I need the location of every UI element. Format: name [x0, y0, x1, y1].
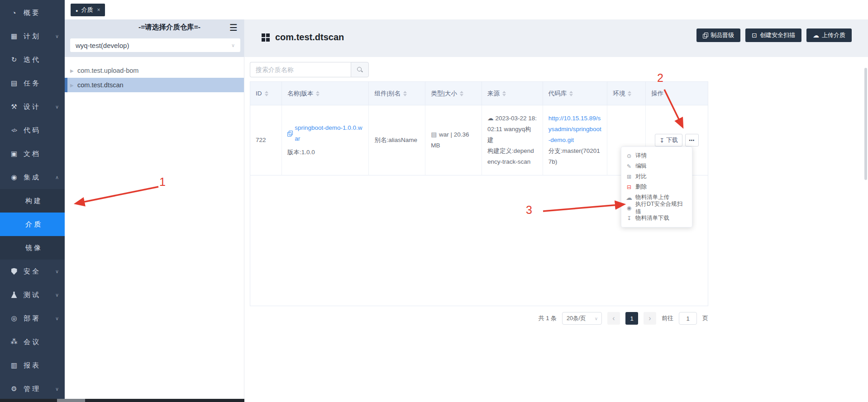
tab-bar: 介质 ×	[65, 0, 868, 19]
sidebar-item-plan[interactable]: 计划	[0, 24, 65, 48]
create-security-scan-button[interactable]: 创建安全扫描	[745, 28, 801, 42]
design-icon	[10, 103, 18, 111]
scan-icon	[752, 32, 757, 39]
repo-panel: -=请选择介质仓库=- wyq-test(develop) ∨ com.test…	[65, 19, 244, 402]
main-area: com.test.dtscan 制品晋级 创建安全扫描 上传介质 ID 名称|版…	[244, 19, 868, 402]
chevron-down-icon: ∨	[595, 316, 598, 321]
sort-icon	[316, 91, 320, 96]
menu-item-compare[interactable]: 对比	[621, 171, 692, 182]
eye-icon	[625, 153, 633, 159]
goto-suffix: 页	[702, 314, 708, 322]
promote-artifact-button[interactable]: 制品晋级	[696, 28, 740, 42]
sort-icon	[265, 91, 268, 96]
tasks-icon	[10, 79, 18, 87]
repo-url-link[interactable]: http://10.15.15.89/sysadmin/springboot-d…	[548, 113, 602, 146]
pagination: 共 1 条 20条/页 ∨ ‹ 1 › 前往 页	[539, 312, 708, 325]
sidebar-item-build[interactable]: 构建	[0, 189, 65, 213]
copy-icon[interactable]	[287, 131, 292, 137]
column-header-env[interactable]: 环境	[607, 82, 646, 105]
scan-run-icon	[625, 205, 633, 211]
code-icon	[10, 128, 18, 133]
document-icon	[431, 131, 439, 138]
column-header-type-size[interactable]: 类型|大小	[425, 82, 482, 105]
sidebar-item-test[interactable]: 测试	[0, 283, 65, 307]
upload-artifact-button[interactable]: 上传介质	[806, 28, 852, 42]
vertical-scrollbar-thumb[interactable]	[864, 68, 867, 180]
close-icon[interactable]: ×	[97, 7, 100, 13]
download-button[interactable]: 下载	[655, 134, 682, 147]
chevron-down-icon	[55, 316, 59, 322]
sidebar-item-tasks[interactable]: 任务	[0, 71, 65, 95]
tree-item-dtscan[interactable]: com.test.dtscan	[65, 78, 244, 92]
sidebar-item-code[interactable]: 代码	[0, 118, 65, 142]
current-page-button[interactable]: 1	[625, 312, 638, 325]
column-header-component-alias[interactable]: 组件|别名	[369, 82, 425, 105]
repo-tree: com.test.upload-bom com.test.dtscan	[65, 57, 244, 92]
hamburger-icon[interactable]	[229, 23, 238, 32]
repo-select[interactable]: wyq-test(develop) ∨	[70, 38, 240, 52]
sort-icon	[628, 91, 631, 96]
search-button[interactable]	[351, 62, 369, 77]
sidebar-item-meeting[interactable]: 会议	[0, 330, 65, 354]
column-header-repo[interactable]: 代码库	[543, 82, 608, 105]
sort-icon	[460, 91, 463, 96]
actions-context-menu: 详情 编辑 对比 删除 物料清单上传 执行DT安全合规扫描 物料清单下载	[621, 147, 692, 227]
prev-page-button[interactable]: ‹	[607, 312, 620, 325]
gauge-icon	[10, 9, 18, 17]
horizontal-scrollbar[interactable]	[0, 399, 244, 402]
sidebar-item-design[interactable]: 设计	[0, 95, 65, 118]
sidebar-item-iteration[interactable]: 迭代	[0, 48, 65, 71]
menu-item-details[interactable]: 详情	[621, 151, 692, 161]
download-icon	[625, 215, 633, 222]
tree-item-upload-bom[interactable]: com.test.upload-bom	[65, 63, 244, 78]
chevron-up-icon	[55, 175, 59, 180]
cloud-upload-icon	[813, 32, 819, 39]
next-page-button[interactable]: ›	[644, 312, 656, 325]
tab-active-dot-icon	[76, 7, 78, 14]
header-buttons: 制品晋级 创建安全扫描 上传介质	[696, 28, 852, 42]
pagination-total: 共 1 条	[539, 314, 557, 322]
tab-artifact[interactable]: 介质 ×	[71, 4, 105, 16]
sort-icon	[502, 91, 506, 96]
tree-item-label: com.test.dtscan	[77, 81, 124, 89]
sidebar-item-security[interactable]: 安全	[0, 260, 65, 283]
goto-label: 前往	[662, 314, 673, 322]
expand-arrow-icon[interactable]	[70, 83, 77, 88]
menu-item-edit[interactable]: 编辑	[621, 161, 692, 171]
search-input[interactable]	[250, 62, 351, 77]
chevron-down-icon	[55, 104, 59, 110]
goto-page-input[interactable]	[679, 312, 697, 325]
sidebar-item-admin[interactable]: 管理	[0, 377, 65, 401]
column-header-id[interactable]: ID	[250, 82, 282, 105]
artifact-version: 版本:1.0.0	[287, 147, 363, 158]
sidebar-item-overview[interactable]: 概要	[0, 1, 65, 24]
download-icon	[659, 137, 664, 144]
docs-icon	[10, 150, 18, 158]
expand-arrow-icon[interactable]	[70, 68, 77, 73]
sidebar-item-docs[interactable]: 文档	[0, 142, 65, 166]
page-size-select[interactable]: 20条/页 ∨	[562, 312, 602, 325]
sidebar-item-report[interactable]: 报表	[0, 354, 65, 377]
flask-icon	[10, 292, 18, 298]
artifact-name-link[interactable]: springboot-demo-1.0.0.war	[295, 123, 363, 144]
gear-icon	[10, 385, 18, 393]
sidebar-item-artifact[interactable]: 介质	[0, 213, 65, 236]
table-header-row: ID 名称|版本 组件|别名 类型|大小 来源 代码库 环境 操作	[250, 82, 708, 105]
chevron-down-icon: ∨	[231, 43, 235, 48]
sidebar-item-deploy[interactable]: 部署	[0, 307, 65, 330]
cell-component-alias: 别名:aliasName	[369, 105, 425, 175]
sidebar-item-integration[interactable]: 集成	[0, 166, 65, 189]
cloud-upload-icon	[625, 194, 633, 201]
more-actions-button[interactable]: ⋯	[685, 134, 699, 147]
column-header-name-version[interactable]: 名称|版本	[282, 82, 369, 105]
column-header-source[interactable]: 来源	[482, 82, 543, 105]
repo-panel-title: -=请选择介质仓库=-	[138, 23, 200, 32]
menu-item-dt-scan[interactable]: 执行DT安全合规扫描	[621, 203, 692, 213]
repo-panel-header: -=请选择介质仓库=- wyq-test(develop) ∨	[65, 19, 244, 57]
sidebar: 概要 计划 迭代 任务 设计 代码 文档 集成 构建 介质 镜像 安全 测试 部…	[0, 0, 65, 402]
sidebar-item-image[interactable]: 镜像	[0, 236, 65, 260]
shield-icon	[10, 268, 18, 275]
horizontal-scrollbar-thumb[interactable]	[57, 399, 85, 402]
menu-item-delete[interactable]: 删除	[621, 182, 692, 192]
cell-name-version: springboot-demo-1.0.0.war 版本:1.0.0	[282, 105, 369, 175]
